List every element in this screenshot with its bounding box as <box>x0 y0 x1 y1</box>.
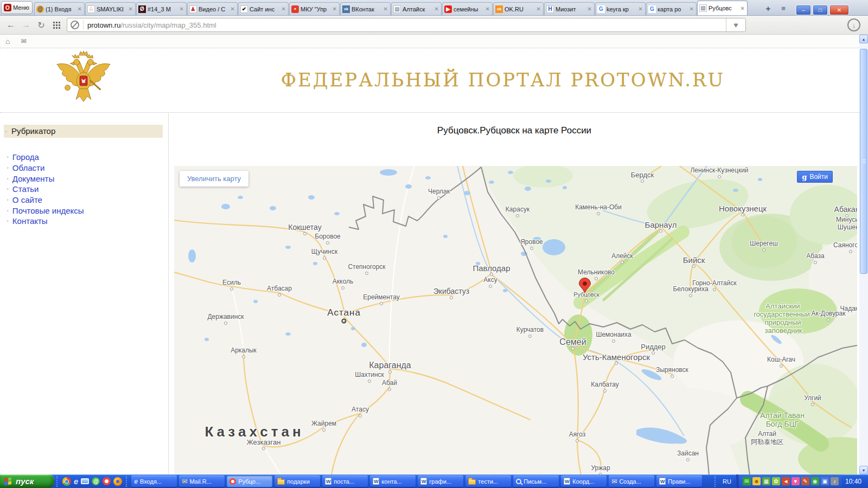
map-label: Аркалык <box>231 346 257 354</box>
map-label: Белокуриха <box>673 285 708 293</box>
network-tray-icon[interactable]: ▣ <box>821 477 829 485</box>
home-icon[interactable]: ⌂ <box>5 37 10 46</box>
browser-tab[interactable]: •МКУ "Упр✕ <box>289 2 340 15</box>
desktop-quicklaunch-icon[interactable] <box>81 478 89 484</box>
forward-button[interactable]: → <box>21 20 31 30</box>
tab-close-icon[interactable]: ✕ <box>434 6 439 12</box>
tab-close-icon[interactable]: ✕ <box>230 6 235 12</box>
browser-tab[interactable]: Gкарта ро✕ <box>646 2 697 15</box>
taskbar-task-button[interactable]: eВходя... <box>131 476 177 487</box>
sidebar-item-статьи[interactable]: ▪Статьи <box>7 184 168 195</box>
tab-close-icon[interactable]: ✕ <box>128 6 133 12</box>
taskbar-task-button[interactable]: подарки <box>275 476 320 487</box>
speed-dial-icon[interactable] <box>53 22 60 29</box>
tab-close-icon[interactable]: ✕ <box>536 6 541 12</box>
firefox-quicklaunch-icon[interactable] <box>113 477 122 486</box>
tab-close-icon[interactable]: ✕ <box>689 6 694 12</box>
language-indicator[interactable]: RU <box>719 476 735 486</box>
scroll-down-icon[interactable]: ▼ <box>859 466 868 474</box>
url-text[interactable]: protown.ru/russia/city/map/map_355.html <box>87 21 726 29</box>
browser-tab[interactable]: ∴SMAYLIKI✕ <box>85 2 136 15</box>
city-dot <box>516 214 519 217</box>
address-bar[interactable]: protown.ru/russia/city/map/map_355.html … <box>67 18 746 32</box>
taskbar-task-button[interactable]: WКоорд... <box>561 476 607 487</box>
sidebar-item-почтовые-индексы[interactable]: ▪Почтовые индексы <box>7 205 168 216</box>
agent-smiley-tray-icon[interactable]: ☻ <box>752 477 761 485</box>
google-signin-button[interactable]: g Войти <box>797 171 833 183</box>
sound-tray-icon[interactable]: ♪ <box>831 477 839 485</box>
tab-list-button[interactable]: ≡ <box>777 3 789 14</box>
map[interactable]: ЧерлакКарасукКамень-на-ОбиБердскЛенинск-… <box>174 166 857 475</box>
tab-close-icon[interactable]: ✕ <box>332 6 337 12</box>
tab-close-icon[interactable]: ✕ <box>587 6 592 12</box>
page-scrollbar[interactable]: ▲ ▼ <box>859 35 868 474</box>
back-button[interactable]: ← <box>5 20 16 30</box>
taskbar-task-button[interactable]: WПрави... <box>656 476 702 487</box>
browser-tab[interactable]: ✔Сайт инс✕ <box>238 2 289 15</box>
map-marker-pin[interactable] <box>578 278 592 294</box>
bullet-icon: ▪ <box>7 208 9 213</box>
site-badge-icon[interactable] <box>71 21 79 29</box>
taskbar-task-button[interactable]: Wпоста... <box>322 476 368 487</box>
map-label: Калбатау <box>591 381 619 388</box>
tab-close-icon[interactable]: ✕ <box>638 6 643 12</box>
sidebar-item-города[interactable]: ▪Города <box>7 152 168 163</box>
browser-tab[interactable]: HМиозит✕ <box>544 2 595 15</box>
ie-quicklaunch-icon[interactable]: e <box>74 477 78 486</box>
close-button[interactable]: ✕ <box>829 5 849 15</box>
chrome-quicklaunch-icon[interactable] <box>62 477 71 486</box>
sidebar-heading: ▪ Рубрикатор <box>4 125 163 138</box>
scrollbar-thumb[interactable] <box>860 49 867 274</box>
browser-tab[interactable]: ▤Алтайск✕ <box>391 2 442 15</box>
opera-quicklaunch-icon[interactable] <box>103 477 111 485</box>
sidebar-item-контакты[interactable]: ▪Контакты <box>7 216 168 227</box>
browser-tab[interactable]: Ø#14_3 М✕ <box>136 2 187 15</box>
mail-icon[interactable]: ✉ <box>21 37 26 45</box>
agent-quicklaunch-icon[interactable]: @ <box>92 477 100 485</box>
desktop-screen: O Меню @(1) Входя✕∴SMAYLIKI✕Ø#14_3 М✕♟Ви… <box>0 0 868 488</box>
bullet-icon: ▪ <box>7 187 9 191</box>
tab-close-icon[interactable]: ✕ <box>383 6 388 12</box>
tab-close-icon[interactable]: ✕ <box>485 6 490 12</box>
new-tab-button[interactable]: + <box>762 3 774 14</box>
taskbar-task-button[interactable]: Письм... <box>513 476 559 487</box>
browser-tab[interactable]: vkВКонтак✕ <box>340 2 391 15</box>
taskbar-task-button[interactable]: Wграфи... <box>418 476 463 487</box>
browser-tab[interactable]: @(1) Входя✕ <box>34 2 85 15</box>
eye-green-tray-icon[interactable]: ◉ <box>811 477 819 485</box>
browser-tab[interactable]: ▶семейны✕ <box>442 2 493 15</box>
mail-arrow-tray-icon[interactable]: ✉ <box>743 477 751 485</box>
leaf-tray-icon[interactable]: ✿ <box>772 477 780 485</box>
sidebar-item-о-сайте[interactable]: ▪О сайте <box>7 195 168 206</box>
browser-tab[interactable]: ▤Рубцовс✕ <box>697 1 748 15</box>
map-zoom-button[interactable]: Увеличить карту <box>180 171 248 187</box>
taskbar-task-button[interactable]: ✉Mail.R... <box>179 476 225 487</box>
chart-green-tray-icon[interactable]: ▦ <box>762 477 770 485</box>
task-button-label: Коорд... <box>572 478 594 485</box>
maximize-button[interactable]: □ <box>813 5 828 15</box>
bookmark-heart-icon[interactable]: ♥ <box>726 18 745 31</box>
browser-tab[interactable]: Gkeyra кр✕ <box>595 2 646 15</box>
heart-pink-tray-icon[interactable]: ♥ <box>792 477 800 485</box>
tab-close-icon[interactable]: ✕ <box>740 5 745 11</box>
taskbar-clock[interactable]: 10:40 <box>842 478 868 485</box>
browser-tab[interactable]: okOK.RU✕ <box>493 2 544 15</box>
start-button[interactable]: пуск <box>0 474 54 488</box>
browser-tab[interactable]: ♟Видео / С✕ <box>187 2 238 15</box>
scroll-up-icon[interactable]: ▲ <box>859 35 868 43</box>
sidebar-item-области[interactable]: ▪Области <box>7 163 168 174</box>
tab-close-icon[interactable]: ✕ <box>281 6 286 12</box>
taskbar-task-button[interactable]: Рубцо... <box>227 476 272 487</box>
taskbar-task-button[interactable]: тести... <box>465 476 511 487</box>
sidebar-item-документы[interactable]: ▪Документы <box>7 173 168 184</box>
downloads-icon[interactable]: ↓ <box>847 18 860 31</box>
taskbar-task-button[interactable]: Wконта... <box>370 476 416 487</box>
taskbar-task-button[interactable]: ✉Созда... <box>609 476 654 487</box>
volume-red-tray-icon[interactable]: ◄ <box>782 477 790 485</box>
pen-red-tray-icon[interactable]: ✎ <box>801 477 809 485</box>
reload-button[interactable]: ↻ <box>36 20 47 30</box>
browser-menu-button[interactable]: O Меню <box>1 1 33 14</box>
tab-close-icon[interactable]: ✕ <box>179 6 184 12</box>
tab-close-icon[interactable]: ✕ <box>77 6 82 12</box>
minimize-button[interactable]: – <box>796 5 811 15</box>
